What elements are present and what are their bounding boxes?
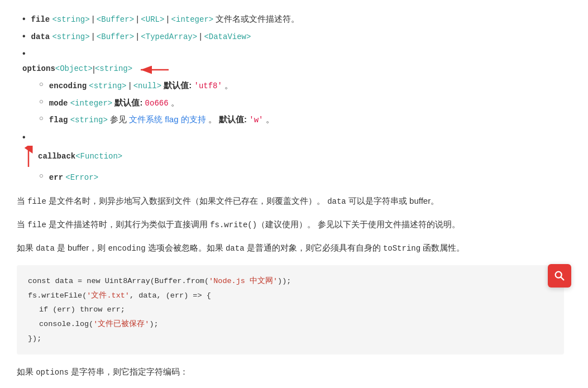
- param-file-type3: <URL>: [141, 15, 164, 24]
- code-block-1: const data = new Uint8Array(Buffer.from(…: [17, 265, 564, 355]
- sub-err-name: err: [49, 173, 63, 182]
- desc3: 如果 data 是 buffer，则 encoding 选项会被忽略。如果 da…: [17, 239, 564, 256]
- param-data-type4: <DataView>: [204, 32, 251, 41]
- sub-encoding-type2: <null>: [133, 82, 161, 90]
- sub-encoding-name: encoding: [49, 82, 87, 90]
- sub-flag-type: <string>: [70, 116, 108, 124]
- svg-line-7: [561, 277, 563, 280]
- sub-flag-name: flag: [49, 116, 68, 124]
- sub-mode-default-value: 0o666: [145, 99, 169, 108]
- sub-encoding: encoding <string> | <null> 默认值: 'utf8' 。: [39, 78, 274, 93]
- param-callback-name: callback: [38, 150, 75, 164]
- code-line-1: const data = new Uint8Array(Buffer.from(…: [28, 274, 553, 289]
- param-file-desc: 文件名或文件描述符。: [216, 14, 299, 23]
- param-options: options <Object> | <string>: [22, 46, 564, 128]
- param-options-type1: <Object>: [55, 62, 93, 76]
- code-line-3: if (err) throw err;: [28, 303, 553, 317]
- desc2: 当 file 是文件描述符时，则其行为类似于直接调用 fs.write()（建议…: [17, 216, 564, 233]
- sub-err-type: <Error>: [65, 173, 98, 182]
- sub-flag-default-label: 默认值:: [219, 114, 247, 124]
- param-file-type2: <Buffer>: [97, 15, 134, 24]
- param-data-type1: <string>: [52, 32, 89, 41]
- sub-encoding-default-label: 默认值:: [164, 80, 192, 90]
- param-data: data <string> | <Buffer> | <TypedArray> …: [22, 28, 564, 45]
- param-file-name: file: [31, 15, 50, 24]
- param-list: file <string> | <Buffer> | <URL> | <inte…: [17, 11, 564, 186]
- sub-err: err <Error>: [39, 169, 98, 185]
- param-callback: callback <Function> err <Error>: [22, 130, 564, 186]
- doc-section: file <string> | <Buffer> | <URL> | <inte…: [17, 11, 564, 388]
- param-data-name: data: [31, 32, 50, 41]
- sub-encoding-sep: |: [129, 80, 133, 90]
- sub-mode: mode <integer> 默认值: 0o666 。: [39, 95, 274, 111]
- sub-mode-dot: 。: [171, 98, 179, 107]
- param-callback-type: <Function>: [75, 150, 122, 164]
- param-file-type4: <integer>: [171, 15, 214, 24]
- code-line-2: fs.writeFile('文件.txt', data, (err) => {: [28, 289, 553, 303]
- param-options-name: options: [22, 62, 55, 76]
- sub-flag: flag <string> 参见 文件系统 flag 的支持 。 默认值: 'w…: [39, 112, 274, 127]
- search-button[interactable]: [548, 264, 571, 288]
- sub-flag-desc-pre: 参见: [110, 114, 127, 124]
- sub-flag-link[interactable]: 文件系统 flag 的支持: [129, 114, 206, 124]
- options-sub-list: encoding <string> | <null> 默认值: 'utf8' 。…: [22, 78, 274, 128]
- callback-sub-list: err <Error>: [22, 169, 98, 186]
- sub-mode-default-label: 默认值:: [114, 98, 142, 107]
- param-options-type2: <string>: [95, 62, 132, 76]
- sub-flag-default-value: 'w': [249, 116, 263, 124]
- sub-encoding-dot: 。: [224, 80, 233, 90]
- param-file-sep1: |: [92, 14, 97, 23]
- param-file: file <string> | <Buffer> | <URL> | <inte…: [22, 11, 564, 27]
- options-arrow: [138, 61, 171, 76]
- sub-mode-type: <integer>: [70, 99, 113, 108]
- code-line-5: });: [28, 332, 553, 346]
- param-file-type1: <string>: [52, 15, 89, 24]
- search-icon: [553, 270, 566, 282]
- sub-flag-desc-post: 。: [208, 114, 217, 124]
- sub-encoding-default-value: 'utf8': [194, 82, 222, 90]
- param-data-sep1: |: [92, 31, 97, 41]
- param-data-type3: <TypedArray>: [141, 32, 197, 41]
- callback-arrow-up: [22, 146, 35, 168]
- sub-flag-dot: 。: [266, 114, 274, 124]
- param-data-type2: <Buffer>: [97, 32, 134, 41]
- code-line-4: console.log('文件已被保存');: [28, 317, 553, 332]
- param-file-sep3: |: [167, 14, 171, 23]
- sub-mode-name: mode: [49, 99, 68, 108]
- desc1: 当 file 是文件名时，则异步地写入数据到文件（如果文件已存在，则覆盖文件）。…: [17, 193, 564, 209]
- sub-encoding-type1: <string>: [89, 82, 126, 90]
- desc-options: 如果 options 是字符串，则它指定字符编码：: [17, 363, 564, 380]
